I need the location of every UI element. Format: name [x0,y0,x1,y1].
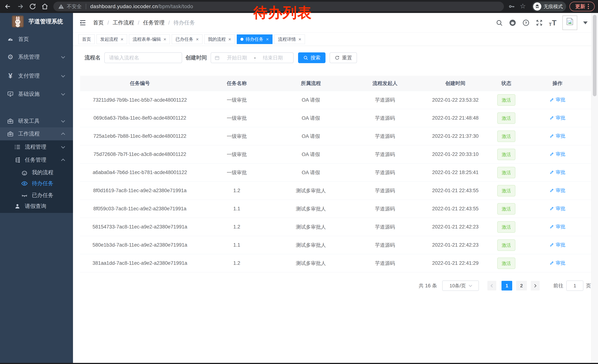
page-button-2[interactable]: 2 [516,281,527,291]
sidebar-item-leave-query[interactable]: 请假查询 [0,200,73,212]
tab[interactable]: 首页 × [78,34,95,44]
scrollbar-thumb[interactable] [593,15,597,96]
goto-page-input[interactable] [566,281,583,291]
search-icon[interactable] [496,19,503,26]
approve-link[interactable]: 审批 [549,115,565,121]
search-button[interactable]: 搜索 [298,52,325,63]
approve-link[interactable]: 审批 [549,187,565,194]
avatar[interactable] [562,16,577,30]
update-button[interactable]: 更新 [569,2,595,11]
app-logo[interactable]: 芋道管理系统 [12,16,63,27]
time-cell: 2022-01-22 23:53:32 [422,97,489,103]
action-cell: 审批 [524,115,591,122]
status-badge: 激活 [497,167,515,178]
tab[interactable]: 发起流程 × [97,34,127,44]
approve-link[interactable]: 审批 [549,97,565,103]
font-size-icon[interactable]: TT [549,19,556,27]
approve-link[interactable]: 审批 [549,260,565,266]
url-text: dashboard.yudao.iocoder.cn/bpm/task/todo [90,4,193,9]
close-icon[interactable]: × [228,37,231,42]
status-cell: 激活 [489,185,524,196]
back-icon[interactable] [4,3,11,10]
sidebar-item-payment[interactable]: ¥ 支付管理 [0,67,73,85]
time-cell: 2022-01-21 22:42:23 [422,242,489,248]
tags-view-bar: 首页 × 发起流程 × 流程表单-编辑 × 已办任务 × [73,32,591,46]
chevron-down-icon [61,54,65,58]
prev-page-button[interactable] [487,281,496,291]
reset-button[interactable]: 重置 [330,52,357,63]
sidebar-item-task-mgmt[interactable]: 任务管理 [0,154,73,166]
sidebar-item-my-process[interactable]: 我的流程 [0,167,73,178]
status-cell: 激活 [489,258,524,269]
fullscreen-icon[interactable] [536,19,543,26]
close-icon[interactable]: × [163,37,166,42]
home-icon[interactable] [41,3,49,10]
tab[interactable]: 已办任务 × [172,34,202,44]
tab[interactable]: 我的流程 × [204,34,235,44]
window-scrollbar[interactable] [591,13,598,363]
app-title: 芋道管理系统 [29,18,63,25]
gear-icon: ⚙ [7,53,14,61]
tab[interactable]: 待办任务 × [237,34,273,44]
page-content: 流程名 创建时间 开始日期 - 结束日期 搜索 [73,46,591,363]
col-starter: 流程发起人 [348,80,422,87]
process-cell: 测试多审批人 [274,187,348,194]
close-icon[interactable]: × [196,37,199,42]
sidebar-item-done-tasks[interactable]: 已办任务 [0,190,73,201]
password-key-icon[interactable] [508,3,515,10]
tab[interactable]: 流程详情 × [274,34,305,44]
start-date-placeholder[interactable]: 开始日期 [220,54,254,61]
sidebar-collapse-icon[interactable] [79,19,86,26]
approve-link[interactable]: 审批 [549,242,565,248]
table-row: 580e1b3d-7ac8-11ec-a9e2-a2380e71991a 1.1… [80,236,591,254]
sidebar-item-process-mgmt[interactable]: 流程管理 [0,141,73,153]
next-page-button[interactable] [531,281,540,291]
approve-link[interactable]: 审批 [549,151,565,157]
breadcrumb-current: 待办任务 [173,19,195,26]
reload-icon[interactable] [29,3,36,10]
sidebar-item-system[interactable]: ⚙ 系统管理 [0,48,73,66]
close-icon[interactable]: × [266,37,269,42]
sidebar-item-workflow[interactable]: 工作流程 [0,127,73,140]
end-date-placeholder[interactable]: 结束日期 [256,54,290,61]
github-icon[interactable] [509,19,516,26]
list-icon [14,143,21,151]
action-cell: 审批 [524,151,591,158]
process-cell: OA 请假 [274,133,348,140]
table-body: 73211d9d-7b9b-11ec-b5b7-acde48001122 一级审… [80,91,591,272]
breadcrumb-home[interactable]: 首页 [93,19,104,26]
sidebar-item-infra[interactable]: 基础设施 [0,85,73,103]
topbar: 首页 / 工作流程 / 任务管理 / 待办任务 ? [73,13,591,32]
bookmark-star-icon[interactable]: ☆ [520,2,526,10]
status-badge: 激活 [497,94,515,106]
task-name-cell: 1.2 [200,188,274,194]
help-icon[interactable]: ? [522,19,530,26]
sidebar-item-devtools[interactable]: 研发工具 [0,115,73,127]
process-name-input[interactable] [104,52,182,63]
menu-dots-icon[interactable] [588,4,589,9]
sidebar-item-home[interactable]: 首页 [0,30,73,48]
breadcrumb-workflow[interactable]: 工作流程 [113,19,134,26]
status-badge: 激活 [497,112,515,124]
approve-link[interactable]: 审批 [549,133,565,139]
page-size-select[interactable]: 10条/页 [442,281,479,291]
date-range-picker[interactable]: 开始日期 - 结束日期 [211,52,294,63]
breadcrumb-task-mgmt[interactable]: 任务管理 [143,19,165,26]
task-name-cell: 一级审批 [200,151,274,158]
process-cell: 测试多审批人 [274,242,348,249]
page-button-1[interactable]: 1 [501,281,512,291]
col-status: 状态 [489,80,524,87]
tab[interactable]: 流程表单-编辑 × [129,34,170,44]
close-icon[interactable]: × [121,37,123,42]
task-id-cell: 8f059c03-7ac8-11ec-a9e2-a2380e71991a [80,206,200,212]
avatar-dropdown-caret[interactable] [583,22,588,24]
close-icon[interactable]: × [299,37,301,42]
chevron-left-icon [490,284,494,287]
approve-link[interactable]: 审批 [549,224,565,230]
starter-cell: 芋道源码 [348,187,422,194]
sidebar-item-todo-tasks[interactable]: 待办任务 [0,178,73,189]
forward-icon[interactable] [17,3,24,10]
approve-link[interactable]: 审批 [549,169,565,176]
approve-link[interactable]: 审批 [549,205,565,212]
time-cell: 2022-01-22 21:37:30 [422,133,489,139]
